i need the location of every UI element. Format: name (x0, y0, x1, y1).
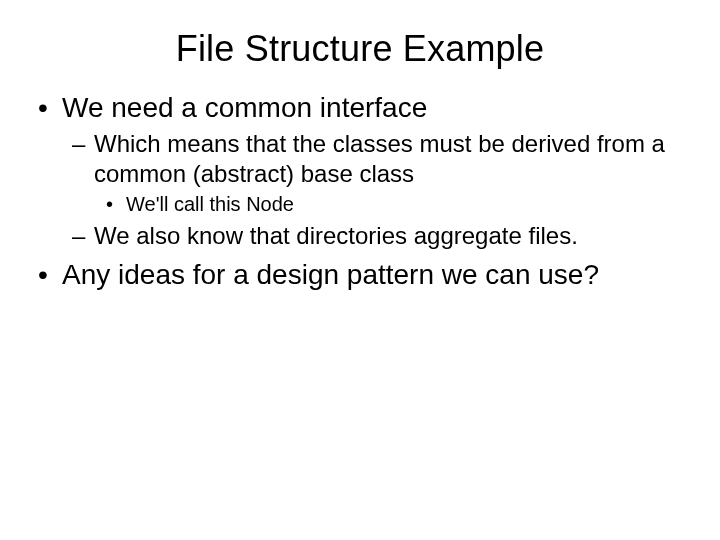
bullet-text: We also know that directories aggregate … (94, 222, 578, 249)
slide-body: We need a common interface Which means t… (0, 90, 720, 292)
slide-title: File Structure Example (0, 0, 720, 90)
bullet-list-level2: Which means that the classes must be der… (62, 129, 690, 251)
bullet-text: We need a common interface (62, 92, 427, 123)
bullet-item: We'll call this Node (124, 191, 690, 217)
bullet-item: We also know that directories aggregate … (92, 221, 690, 251)
bullet-list-level1: We need a common interface Which means t… (30, 90, 690, 292)
slide: File Structure Example We need a common … (0, 0, 720, 540)
bullet-list-level3: We'll call this Node (94, 191, 690, 217)
bullet-item: Any ideas for a design pattern we can us… (58, 257, 690, 292)
bullet-item: We need a common interface Which means t… (58, 90, 690, 251)
bullet-text: We'll call this Node (126, 193, 294, 215)
bullet-text: Which means that the classes must be der… (94, 130, 665, 187)
bullet-item: Which means that the classes must be der… (92, 129, 690, 217)
bullet-text: Any ideas for a design pattern we can us… (62, 259, 599, 290)
